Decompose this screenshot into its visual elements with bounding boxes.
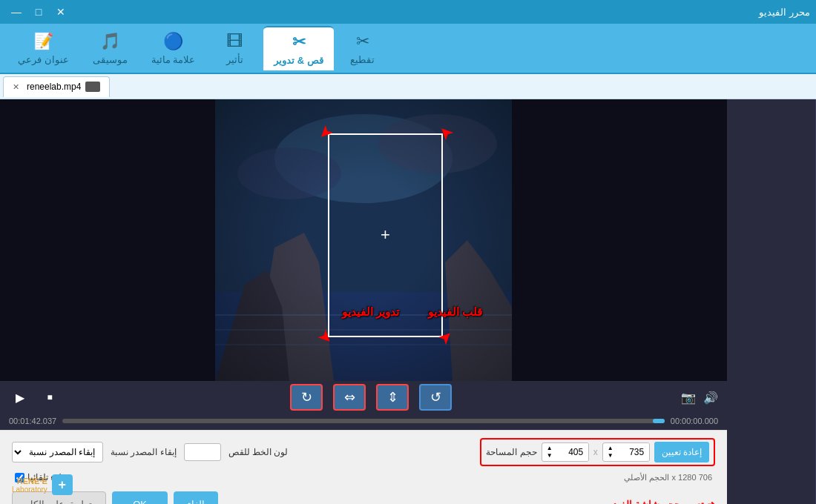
video-area: ➤ ➤ ➤ ➤ + قلب الفيديو تدوير الفيديو ▶ ■ — [0, 99, 727, 504]
rotate-label-annotation: تدوير الفيديو — [342, 305, 399, 319]
svg-point-3 — [237, 147, 341, 199]
watermark-icon: 🔵 — [163, 32, 183, 51]
logo-cross: + — [52, 474, 73, 495]
flip-v-icon: ⇕ — [387, 389, 398, 405]
arrow-tl: ➤ — [315, 122, 336, 144]
time-start: 00:00:00.000 — [671, 417, 718, 425]
arrow-bl: ➤ — [315, 326, 336, 348]
x-separator: x — [593, 447, 598, 457]
tab-watermark-label: علامة مائية — [151, 54, 196, 65]
timeline-progress — [653, 419, 665, 423]
file-tab[interactable]: reneelab.mp4 ✕ — [3, 76, 110, 97]
flip-h-button[interactable]: ⇔ — [333, 384, 366, 411]
minimize-button[interactable]: — — [6, 4, 27, 20]
tab-trim-label: تقطيع — [350, 54, 375, 65]
tab-trim[interactable]: ✂ تقطيع — [337, 26, 389, 70]
width-spinner: ▲ ▼ — [603, 445, 613, 460]
height-input[interactable] — [553, 443, 588, 461]
ratio-select[interactable]: إبقاء المصدر نسبةحر16:94:31:1 — [12, 442, 103, 462]
height-down[interactable]: ▼ — [542, 452, 553, 460]
refresh-icon: ↺ — [430, 389, 441, 405]
ratio-color-group: إبقاء المصدر نسبةحر16:94:31:1 إبقاء المص… — [12, 442, 288, 462]
size-input-group: حجم المساحة ▲ ▼ x ▲ ▼ — [480, 438, 715, 466]
file-tab-bar: reneelab.mp4 ✕ — [0, 74, 816, 99]
screen-size-annotation-text: تعيين حجم شاشة الفيديو — [605, 499, 704, 505]
sidebar — [727, 99, 816, 504]
screen-size-annotation: ➜ تعيين حجم شاشة الفيديو — [605, 499, 715, 505]
video-scene: ➤ ➤ ➤ ➤ + قلب الفيديو تدوير الفيديو — [215, 99, 512, 381]
tab-music-label: موسيقى — [93, 54, 128, 65]
logo-line2: Laboratory — [12, 485, 47, 494]
music-icon: 🎵 — [100, 32, 120, 51]
time-end: 00:01:42.037 — [9, 417, 56, 425]
svg-marker-5 — [252, 233, 334, 381]
width-input-wrapper: ▲ ▼ — [602, 442, 650, 462]
arrow-tr: ➤ — [435, 122, 456, 144]
bottom-controls: إبقاء المصدر نسبةحر16:94:31:1 إبقاء المص… — [0, 430, 727, 504]
logo-text: RENE·E Laboratory — [12, 477, 47, 494]
maximize-button[interactable]: □ — [28, 4, 49, 20]
logo-area: + RENE·E Laboratory — [12, 474, 73, 495]
trim-icon: ✂ — [356, 32, 369, 51]
stop-button[interactable]: ■ — [39, 386, 61, 408]
action-row: ➜ تعيين حجم شاشة الفيديو إلغاء OK تطبيق … — [12, 491, 715, 504]
flip-h-icon: ⇔ — [344, 389, 355, 405]
crop-icon: ✂ — [292, 33, 306, 52]
timeline-area: 00:01:42.037 00:00:00.000 — [0, 414, 727, 430]
tab-effect[interactable]: 🎞 تأثير — [208, 26, 260, 70]
screen-size-arrow-icon: ➜ — [707, 499, 715, 505]
file-thumbnail — [85, 82, 100, 92]
ok-button[interactable]: OK — [112, 491, 168, 504]
reset-button[interactable]: إعادة تعيين — [654, 442, 709, 462]
window-controls: — □ ✕ — [6, 4, 71, 20]
tab-crop[interactable]: ✂ قص & تدوير — [263, 26, 334, 70]
tab-bar: 📝 عنوان فرعي 🎵 موسيقى 🔵 علامة مائية 🎞 تأ… — [0, 24, 816, 74]
height-input-wrapper: ▲ ▼ — [542, 442, 589, 462]
crop-settings-row: إبقاء المصدر نسبةحر16:94:31:1 إبقاء المص… — [12, 438, 715, 466]
original-size-text: 706 x 1280 الحجم الأصلي — [624, 473, 712, 483]
tab-subtitle-label: عنوان فرعي — [18, 54, 69, 65]
color-swatch[interactable] — [184, 443, 221, 461]
crop-center-icon: + — [381, 225, 390, 245]
transform-controls: ↻ ⇔ ⇕ ↺ — [68, 384, 674, 411]
cancel-button[interactable]: إلغاء — [174, 491, 218, 504]
file-tab-name: reneelab.mp4 — [27, 82, 81, 92]
height-spinner: ▲ ▼ — [542, 445, 553, 460]
camera-icon[interactable]: 📷 — [681, 391, 696, 405]
tab-subtitle[interactable]: 📝 عنوان فرعي — [7, 26, 79, 70]
playback-controls: ▶ ■ ↻ ⇔ ⇕ ↺ — [0, 381, 727, 414]
size-info-row: ملء تلقائيا 706 x 1280 الحجم الأصلي — [12, 472, 715, 483]
tab-effect-label: تأثير — [226, 54, 243, 65]
width-up[interactable]: ▲ — [603, 445, 613, 452]
logo-line1: RENE·E — [12, 477, 47, 485]
main-content: ➤ ➤ ➤ ➤ + قلب الفيديو تدوير الفيديو ▶ ■ — [0, 99, 816, 504]
height-up[interactable]: ▲ — [542, 445, 553, 452]
effect-icon: 🎞 — [226, 32, 243, 51]
ratio-label: إبقاء المصدر نسبة — [111, 447, 177, 457]
refresh-button[interactable]: ↺ — [419, 384, 452, 411]
play-button[interactable]: ▶ — [9, 386, 31, 408]
volume-icon[interactable]: 🔊 — [703, 391, 718, 405]
arrow-br: ➤ — [435, 326, 456, 348]
timeline-track: 00:01:42.037 00:00:00.000 — [9, 417, 718, 425]
width-down[interactable]: ▼ — [603, 452, 613, 460]
timeline-bar[interactable] — [62, 419, 665, 423]
title-bar: محرر الفيديو — □ ✕ — [0, 0, 816, 24]
color-label: لون الخط للقص — [228, 447, 289, 457]
file-tab-close[interactable]: ✕ — [13, 82, 19, 92]
width-input[interactable] — [613, 443, 649, 461]
close-button[interactable]: ✕ — [50, 4, 71, 20]
subtitle-icon: 📝 — [33, 32, 53, 51]
svg-marker-6 — [215, 270, 289, 381]
tab-music[interactable]: 🎵 موسيقى — [82, 26, 138, 70]
tab-crop-label: قص & تدوير — [274, 55, 323, 66]
flip-v-button[interactable]: ⇕ — [376, 384, 409, 411]
video-canvas: ➤ ➤ ➤ ➤ + قلب الفيديو تدوير الفيديو — [0, 99, 727, 381]
size-label: حجم المساحة — [486, 447, 536, 457]
tab-watermark[interactable]: 🔵 علامة مائية — [141, 26, 206, 70]
svg-rect-10 — [215, 344, 512, 345]
flip-label-annotation: قلب الفيديو — [428, 305, 482, 319]
app-title: محرر الفيديو — [759, 7, 810, 18]
rotate-button[interactable]: ↻ — [290, 384, 323, 411]
rotate-icon: ↻ — [301, 389, 312, 405]
